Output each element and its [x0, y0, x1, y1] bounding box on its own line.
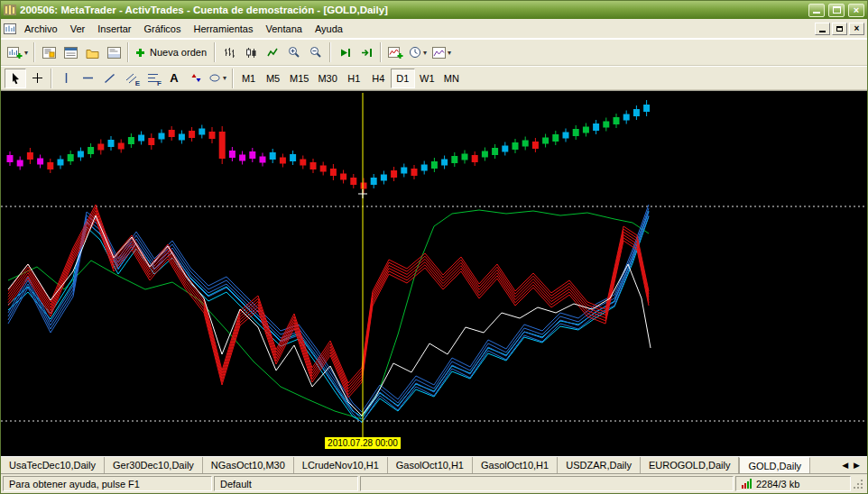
chart-area[interactable]: 2010.07.28 00:00: [1, 90, 867, 456]
menu-archivo[interactable]: Archivo: [18, 21, 64, 37]
shapes-tool-button[interactable]: ▾: [207, 69, 229, 88]
chevron-down-icon: ▾: [448, 49, 451, 57]
periods-button[interactable]: ▾: [406, 41, 429, 63]
price-chart-svg[interactable]: [1, 91, 867, 457]
menu-insertar[interactable]: Insertar: [91, 21, 137, 37]
arrows-icon: [190, 72, 202, 84]
chart-tab-ger30dec10-daily[interactable]: Ger30Dec10,Daily: [105, 457, 203, 473]
auto-scroll-icon: [339, 47, 351, 59]
maximize-button[interactable]: [828, 4, 845, 17]
menu-ver[interactable]: Ver: [64, 21, 92, 37]
new-chart-button[interactable]: ▾: [5, 41, 31, 63]
timeframe-m15[interactable]: M15: [285, 69, 313, 88]
tab-scroll-left-icon[interactable]: ◀: [842, 461, 848, 470]
chart-tab-gasoloct10-h1[interactable]: GasolOct10,H1: [388, 457, 473, 473]
equidistant-channel-button[interactable]: E: [120, 69, 142, 88]
mdi-restore-button[interactable]: [832, 23, 847, 35]
chart-tab-ngasoct10-m30[interactable]: NGasOct10,M30: [203, 457, 294, 473]
market-watch-icon: [42, 47, 56, 59]
timeframe-h1[interactable]: H1: [342, 69, 366, 88]
menu-gra-ficos[interactable]: Gráficos: [138, 21, 188, 37]
new-order-icon: [134, 47, 146, 59]
text-tool-button[interactable]: A: [163, 69, 185, 88]
new-order-button[interactable]: Nueva orden: [132, 41, 211, 63]
market-watch-button[interactable]: [38, 41, 60, 63]
line-chart-button[interactable]: [262, 41, 283, 63]
indicators-icon: [388, 46, 403, 59]
auto-scroll-button[interactable]: [334, 41, 356, 63]
maximize-icon: [833, 6, 841, 14]
crosshair-icon: [32, 72, 43, 84]
tab-scroll-right-icon[interactable]: ▶: [854, 461, 860, 470]
crosshair-tool-button[interactable]: [26, 69, 48, 88]
toolbar-standard: ▾ Nueva orden: [1, 39, 867, 66]
metatrader-window: 200506: MetaTrader - ActivTrades - Cuent…: [0, 0, 868, 494]
horizontal-line-icon: [82, 72, 94, 84]
timeframe-m5[interactable]: M5: [261, 69, 285, 88]
bar-chart-button[interactable]: [218, 41, 240, 63]
arrows-tool-button[interactable]: [185, 69, 207, 88]
mdi-minimize-icon: [819, 31, 826, 32]
chart-tab-eurogold-daily[interactable]: EUROGOLD,Daily: [641, 457, 739, 473]
zoom-out-button[interactable]: [305, 41, 327, 63]
trendline-button[interactable]: [98, 69, 120, 88]
connection-bars-icon: [742, 479, 752, 489]
timeframe-h4[interactable]: H4: [366, 69, 391, 88]
timeframe-m1[interactable]: M1: [236, 69, 261, 88]
toolbar-separator: [380, 42, 382, 62]
vertical-line-button[interactable]: [55, 69, 77, 88]
navigator-button[interactable]: [81, 41, 103, 63]
bar-chart-icon: [224, 47, 235, 59]
mdi-minimize-button[interactable]: [815, 23, 830, 35]
trendline-icon: [104, 72, 115, 84]
menu-bar: ArchivoVerInsertarGráficosHerramientasVe…: [1, 19, 867, 39]
new-chart-icon: [7, 46, 23, 59]
chart-tab-usdzar-daily[interactable]: USDZAR,Daily: [558, 457, 641, 473]
zoom-out-icon: [309, 46, 322, 59]
title-bar[interactable]: 200506: MetaTrader - ActivTrades - Cuent…: [1, 1, 867, 19]
status-bar: Para obtener ayuda, pulse F1 Default 228…: [1, 473, 867, 493]
indicators-button[interactable]: [384, 41, 406, 63]
mdi-close-button[interactable]: ×: [849, 23, 864, 35]
timeframe-mn[interactable]: MN: [439, 69, 464, 88]
zoom-in-button[interactable]: [283, 41, 305, 63]
timeframe-m30[interactable]: M30: [313, 69, 341, 88]
chart-tab-gasoloct10-h1[interactable]: GasolOct10,H1: [473, 457, 558, 473]
cursor-tool-button[interactable]: [5, 69, 26, 88]
candlestick-chart-button[interactable]: [240, 41, 262, 63]
menu-herramientas[interactable]: Herramientas: [187, 21, 259, 37]
chart-tab-gold-daily[interactable]: GOLD,Daily: [739, 457, 810, 473]
timeframe-d1[interactable]: D1: [391, 69, 415, 88]
chart-shift-button[interactable]: [356, 41, 377, 63]
app-icon: [4, 5, 16, 15]
traffic-counter: 2284/3 kb: [756, 479, 799, 489]
toolbar-separator: [214, 42, 216, 62]
toolbar-separator: [33, 42, 35, 62]
window-title: 200506: MetaTrader - ActivTrades - Cuent…: [20, 5, 805, 15]
tab-scroll-controls: ◀ ▶: [835, 457, 867, 473]
menu-ventana[interactable]: Ventana: [260, 21, 309, 37]
close-button[interactable]: ×: [848, 4, 864, 17]
vline-date-label: 2010.07.28 00:00: [325, 437, 401, 449]
mdi-controls: ×: [813, 23, 864, 35]
data-window-button[interactable]: [60, 41, 81, 63]
timeframe-w1[interactable]: W1: [415, 69, 439, 88]
menu-ayuda[interactable]: Ayuda: [309, 21, 349, 37]
chart-tab-lcrudenov10-h1[interactable]: LCrudeNov10,H1: [294, 457, 388, 473]
status-profile[interactable]: Default: [214, 476, 358, 491]
resize-grip[interactable]: [853, 476, 865, 491]
horizontal-line-button[interactable]: [77, 69, 98, 88]
zoom-in-icon: [288, 46, 300, 59]
chart-window-icon: [4, 23, 16, 34]
terminal-button[interactable]: [103, 41, 125, 63]
minimize-button[interactable]: [808, 4, 825, 17]
cursor-icon: [10, 72, 21, 85]
fibonacci-button[interactable]: F: [142, 69, 163, 88]
channel-letter: E: [135, 79, 140, 87]
chart-tab-usatecdec10-daily[interactable]: UsaTecDec10,Daily: [1, 457, 105, 473]
data-window-icon: [64, 47, 78, 59]
line-chart-icon: [267, 47, 279, 59]
templates-button[interactable]: ▾: [429, 41, 454, 63]
mdi-close-icon: ×: [854, 24, 860, 33]
connection-status: 2284/3 kb: [735, 476, 851, 491]
